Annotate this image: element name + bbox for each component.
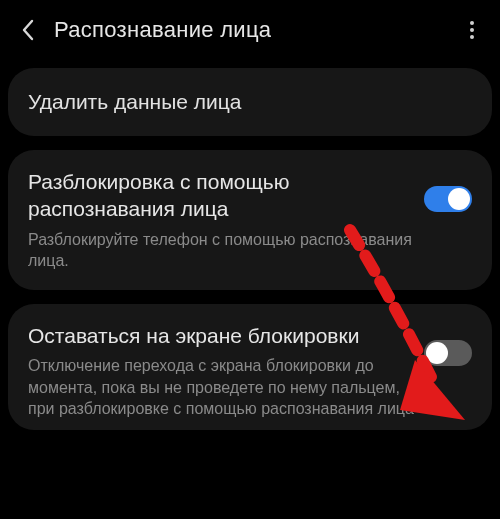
dot-icon [470, 21, 474, 25]
face-unlock-desc: Разблокируйте телефон с помощью распозна… [28, 229, 414, 272]
overflow-menu-button[interactable] [458, 16, 486, 44]
toggle-knob [448, 188, 470, 210]
stay-on-lockscreen-desc: Отключение перехода с экрана блокировки … [28, 355, 414, 420]
delete-face-data-item[interactable]: Удалить данные лица [8, 68, 492, 136]
face-unlock-toggle[interactable] [424, 186, 472, 212]
delete-face-data-label: Удалить данные лица [28, 90, 472, 114]
back-button[interactable] [14, 16, 42, 44]
chevron-left-icon [21, 19, 35, 41]
dot-icon [470, 35, 474, 39]
header: Распознавание лица [0, 0, 500, 62]
face-unlock-title: Разблокировка с помощью распознавания ли… [28, 168, 414, 223]
stay-on-lockscreen-toggle[interactable] [424, 340, 472, 366]
face-unlock-item[interactable]: Разблокировка с помощью распознавания ли… [8, 150, 492, 290]
page-title: Распознавание лица [54, 17, 458, 43]
toggle-knob [426, 342, 448, 364]
stay-on-lockscreen-item[interactable]: Оставаться на экране блокировки Отключен… [8, 304, 492, 430]
stay-on-lockscreen-title: Оставаться на экране блокировки [28, 322, 414, 349]
dot-icon [470, 28, 474, 32]
